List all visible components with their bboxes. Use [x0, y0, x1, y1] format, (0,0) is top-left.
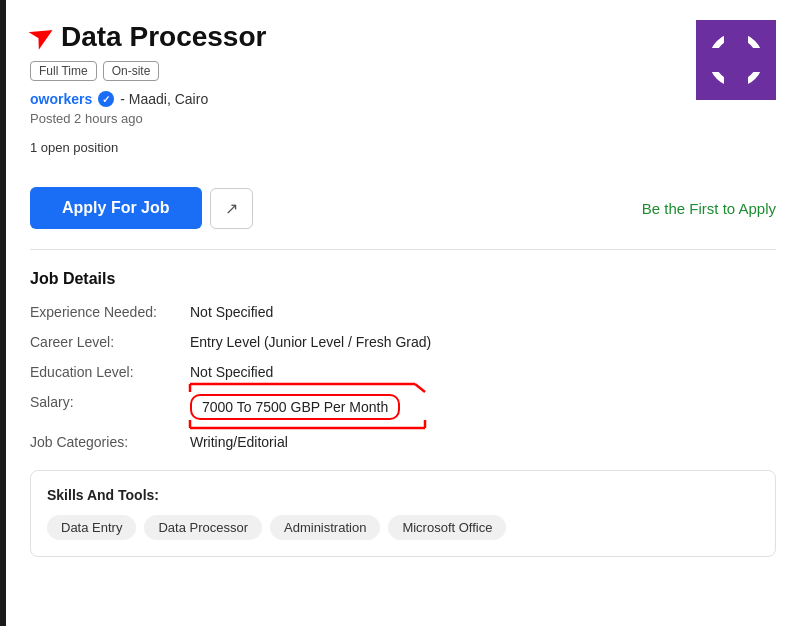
categories-label: Job Categories:	[30, 434, 190, 450]
company-row: oworkers ✓ - Maadi, Cairo	[30, 91, 696, 107]
company-link[interactable]: oworkers	[30, 91, 92, 107]
divider	[30, 249, 776, 250]
first-to-apply-text: Be the First to Apply	[642, 200, 776, 217]
share-button[interactable]: ↗	[210, 188, 253, 229]
detail-row-career: Career Level: Entry Level (Junior Level …	[30, 334, 776, 350]
svg-rect-4	[706, 48, 722, 72]
left-bar	[0, 0, 6, 626]
detail-row-education: Education Level: Not Specified	[30, 364, 776, 380]
education-label: Education Level:	[30, 364, 190, 380]
education-value: Not Specified	[190, 364, 776, 380]
skill-tag-2: Administration	[270, 515, 380, 540]
svg-rect-5	[750, 48, 766, 72]
job-title: ➤ Data Processor	[30, 20, 696, 53]
career-value: Entry Level (Junior Level / Fresh Grad)	[190, 334, 776, 350]
salary-label: Salary:	[30, 394, 190, 410]
red-arrow-icon: ➤	[23, 16, 59, 56]
page-wrapper: ➤ Data Processor Full Time On-site owork…	[0, 0, 800, 626]
skills-row: Data Entry Data Processor Administration…	[47, 515, 759, 540]
action-left: Apply For Job ↗	[30, 187, 253, 229]
share-icon: ↗	[225, 200, 238, 217]
badge-fulltime: Full Time	[30, 61, 97, 81]
job-details-title: Job Details	[30, 270, 776, 288]
skills-section: Skills And Tools: Data Entry Data Proces…	[30, 470, 776, 557]
svg-line-9	[415, 384, 425, 392]
salary-value: 7000 To 7500 GBP Per Month	[190, 394, 776, 420]
posted-text: Posted 2 hours ago	[30, 111, 696, 126]
detail-row-categories: Job Categories: Writing/Editorial	[30, 434, 776, 450]
title-area: ➤ Data Processor Full Time On-site owork…	[30, 20, 696, 175]
detail-row-experience: Experience Needed: Not Specified	[30, 304, 776, 320]
open-positions: 1 open position	[30, 140, 696, 155]
location-text: - Maadi, Cairo	[120, 91, 208, 107]
career-label: Career Level:	[30, 334, 190, 350]
skills-title: Skills And Tools:	[47, 487, 759, 503]
svg-rect-3	[724, 74, 748, 90]
badge-row: Full Time On-site	[30, 61, 696, 81]
header-section: ➤ Data Processor Full Time On-site owork…	[30, 20, 776, 175]
detail-row-salary: Salary: 7	[30, 394, 776, 420]
skill-tag-3: Microsoft Office	[388, 515, 506, 540]
job-details-section: Job Details Experience Needed: Not Speci…	[30, 270, 776, 450]
verified-icon: ✓	[98, 91, 114, 107]
action-row: Apply For Job ↗ Be the First to Apply	[30, 187, 776, 229]
svg-rect-2	[724, 30, 748, 46]
categories-value: Writing/Editorial	[190, 434, 776, 450]
content: ➤ Data Processor Full Time On-site owork…	[0, 0, 800, 577]
salary-text: 7000 To 7500 GBP Per Month	[190, 394, 400, 420]
company-logo	[696, 20, 776, 100]
job-title-text: Data Processor	[61, 21, 266, 53]
experience-value: Not Specified	[190, 304, 776, 320]
skill-tag-0: Data Entry	[47, 515, 136, 540]
apply-button[interactable]: Apply For Job	[30, 187, 202, 229]
badge-onsite: On-site	[103, 61, 160, 81]
skill-tag-1: Data Processor	[144, 515, 262, 540]
svg-point-6	[726, 50, 746, 70]
experience-label: Experience Needed:	[30, 304, 190, 320]
